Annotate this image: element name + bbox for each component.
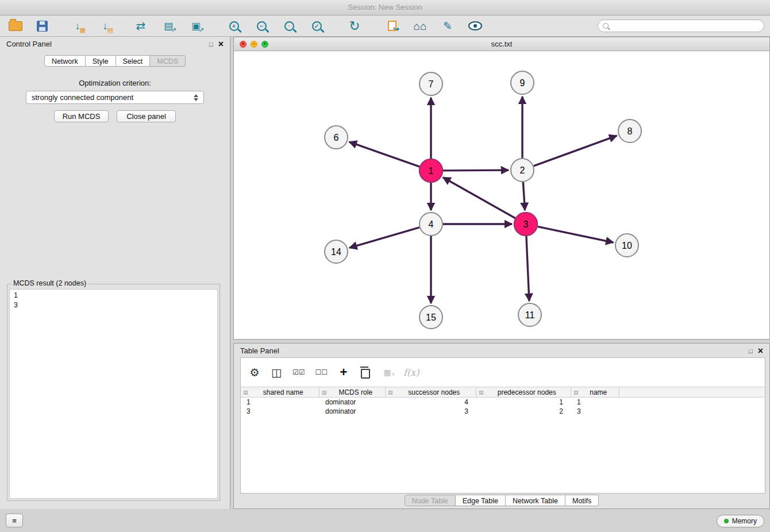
svg-text:6: 6 bbox=[334, 133, 339, 142]
dropdown-arrows-icon bbox=[194, 94, 198, 101]
search-box[interactable] bbox=[598, 20, 764, 32]
table-row[interactable]: 3dominator323 bbox=[241, 407, 765, 416]
table-cell[interactable]: 1 bbox=[241, 398, 319, 406]
zoom-window-icon[interactable]: + bbox=[261, 41, 268, 48]
node-7[interactable]: 7 bbox=[419, 72, 442, 95]
table-cell[interactable]: 1 bbox=[571, 398, 619, 406]
delete-table-icon[interactable]: ▦× bbox=[382, 368, 393, 377]
column-header-shared-name[interactable]: ▤shared name bbox=[241, 387, 319, 397]
table-cell[interactable]: 2 bbox=[476, 407, 571, 415]
table-cell[interactable]: 3 bbox=[386, 407, 476, 415]
save-icon[interactable] bbox=[32, 17, 52, 34]
tab-network[interactable]: Network bbox=[44, 55, 86, 67]
close-window-icon[interactable]: × bbox=[240, 41, 247, 48]
close-table-panel-icon[interactable]: × bbox=[758, 346, 763, 356]
svg-text:8: 8 bbox=[627, 126, 633, 136]
export-image-icon[interactable]: ▣↗ bbox=[186, 17, 206, 34]
zoom-selected-icon[interactable]: ✓ bbox=[307, 17, 326, 34]
style-wizard-icon[interactable]: ✎ bbox=[438, 17, 457, 34]
result-item[interactable]: 3 bbox=[10, 300, 217, 310]
table-tab-motifs[interactable]: Motifs bbox=[565, 495, 599, 506]
table-cell[interactable]: 3 bbox=[241, 407, 319, 415]
table-cell[interactable]: dominator bbox=[319, 398, 386, 406]
table-cell[interactable]: 3 bbox=[571, 407, 619, 415]
column-header-MCDS-role[interactable]: ▤MCDS role bbox=[319, 387, 386, 397]
svg-text:14: 14 bbox=[331, 247, 341, 257]
node-4[interactable]: 4 bbox=[419, 213, 442, 236]
float-panel-icon[interactable]: □ bbox=[209, 41, 213, 48]
table-cell[interactable]: 4 bbox=[386, 398, 476, 406]
zoom-fit-icon[interactable]: ▫ bbox=[279, 17, 299, 34]
tab-select[interactable]: Select bbox=[116, 55, 151, 67]
memory-button[interactable]: Memory bbox=[717, 515, 764, 527]
show-columns-icon[interactable]: ◫ bbox=[271, 366, 282, 379]
tab-mcds[interactable]: MCDS bbox=[150, 55, 186, 67]
table-panel-header: Table Panel □ × bbox=[234, 344, 769, 358]
edge-2-8[interactable] bbox=[534, 136, 617, 166]
home-icon[interactable]: ⌂⌂ bbox=[410, 17, 430, 34]
node-14[interactable]: 14 bbox=[325, 240, 348, 263]
mcds-result-group: MCDS result (2 nodes) 13 bbox=[7, 284, 220, 501]
delete-row-icon[interactable] bbox=[360, 367, 371, 379]
network-window-titlebar[interactable]: ×−+ scc.txt bbox=[234, 37, 769, 51]
table-tab-node-table[interactable]: Node Table bbox=[405, 495, 456, 506]
table-cell[interactable]: 1 bbox=[476, 398, 571, 406]
edge-4-14[interactable] bbox=[349, 228, 419, 248]
table-row[interactable]: 1dominator411 bbox=[241, 398, 765, 407]
edge-1-2[interactable] bbox=[443, 170, 509, 171]
function-builder-icon[interactable]: f(x) bbox=[403, 367, 419, 378]
column-header-name[interactable]: ▤name bbox=[571, 387, 619, 397]
refresh-icon[interactable]: ↻ bbox=[345, 17, 364, 34]
node-3[interactable]: 3 bbox=[514, 213, 537, 236]
select-all-columns-icon[interactable]: ☑☑ bbox=[292, 368, 305, 376]
minimize-window-icon[interactable]: − bbox=[251, 41, 257, 48]
column-header-successor-nodes[interactable]: ▤successor nodes bbox=[386, 387, 476, 397]
zoom-in-icon[interactable]: + bbox=[224, 17, 244, 34]
node-15[interactable]: 15 bbox=[419, 306, 442, 329]
close-panel-icon[interactable]: × bbox=[218, 40, 224, 49]
node-11[interactable]: 11 bbox=[518, 303, 541, 326]
table-tab-network-table[interactable]: Network Table bbox=[506, 495, 565, 506]
node-10[interactable]: 10 bbox=[615, 234, 638, 257]
node-9[interactable]: 9 bbox=[511, 71, 534, 94]
table-cell[interactable]: dominator bbox=[319, 407, 386, 415]
result-item[interactable]: 1 bbox=[10, 291, 217, 300]
panel-toggle-button[interactable]: ≡ bbox=[6, 514, 23, 527]
edge-2-3[interactable] bbox=[523, 182, 525, 210]
deselect-all-columns-icon[interactable]: ☐☐ bbox=[315, 368, 328, 376]
svg-text:10: 10 bbox=[622, 241, 632, 250]
edge-3-1[interactable] bbox=[443, 178, 515, 218]
network-canvas[interactable]: 7968124314101511 bbox=[234, 51, 769, 339]
close-panel-button[interactable]: Close panel bbox=[117, 110, 176, 122]
zoom-out-icon[interactable]: − bbox=[252, 17, 271, 34]
edge-3-10[interactable] bbox=[538, 226, 614, 242]
float-table-panel-icon[interactable]: □ bbox=[749, 348, 753, 354]
column-header-predecessor-nodes[interactable]: ▤predecessor nodes bbox=[476, 387, 571, 397]
node-8[interactable]: 8 bbox=[618, 119, 641, 142]
open-file-icon[interactable] bbox=[6, 17, 25, 34]
mcds-result-list[interactable]: 13 bbox=[9, 289, 218, 499]
export-network-icon[interactable]: ⇄ bbox=[131, 17, 151, 34]
run-mcds-button[interactable]: Run MCDS bbox=[54, 110, 109, 122]
svg-text:11: 11 bbox=[525, 310, 535, 320]
show-hide-icon[interactable] bbox=[465, 17, 485, 34]
export-table-icon[interactable]: ▤↗ bbox=[159, 17, 178, 34]
control-panel: Control Panel □ × NetworkStyleSelectMCDS… bbox=[0, 37, 230, 509]
import-network-icon[interactable]: ↓▦ bbox=[68, 17, 87, 34]
optimization-dropdown[interactable]: strongly connected component bbox=[26, 91, 204, 104]
window-titlebar[interactable]: Session: New Session bbox=[0, 0, 770, 16]
copy-view-icon[interactable] bbox=[383, 17, 402, 34]
svg-text:4: 4 bbox=[429, 219, 434, 229]
node-6[interactable]: 6 bbox=[325, 126, 348, 149]
edge-1-6[interactable] bbox=[349, 142, 420, 167]
create-column-icon[interactable]: + bbox=[338, 365, 349, 380]
table-settings-icon[interactable]: ⚙ bbox=[249, 366, 260, 379]
tab-style[interactable]: Style bbox=[86, 55, 116, 67]
node-2[interactable]: 2 bbox=[511, 159, 534, 182]
search-input[interactable] bbox=[613, 21, 759, 30]
edge-3-11[interactable] bbox=[526, 236, 529, 301]
table-tab-edge-table[interactable]: Edge Table bbox=[456, 495, 506, 506]
column-sort-icon: ▤ bbox=[573, 390, 579, 395]
import-table-icon[interactable]: ↓▤ bbox=[95, 17, 115, 34]
node-1[interactable]: 1 bbox=[419, 159, 442, 182]
